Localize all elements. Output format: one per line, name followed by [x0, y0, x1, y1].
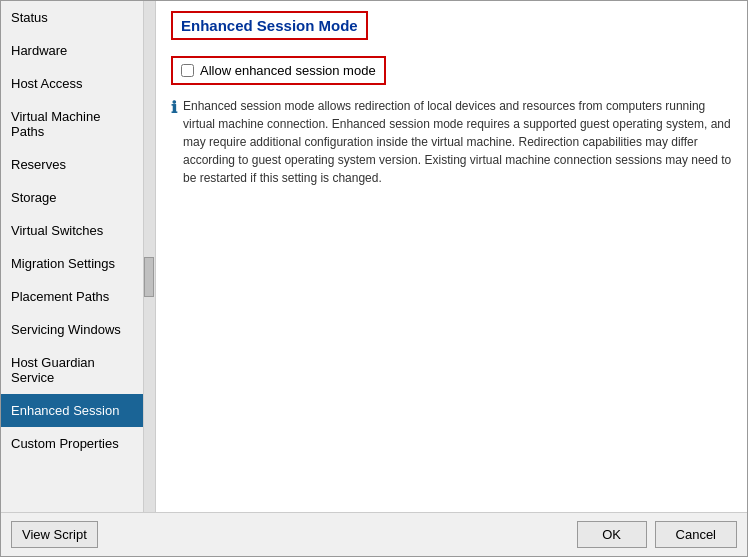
cancel-button[interactable]: Cancel: [655, 521, 737, 548]
allow-enhanced-session-checkbox[interactable]: [181, 64, 194, 77]
sidebar-item-placement-paths[interactable]: Placement Paths: [1, 280, 143, 313]
sidebar-item-reserves[interactable]: Reserves: [1, 148, 143, 181]
sidebar-nav: Status Hardware Host Access Virtual Mach…: [1, 1, 143, 512]
ok-button[interactable]: OK: [577, 521, 647, 548]
dialog: Status Hardware Host Access Virtual Mach…: [0, 0, 748, 557]
info-text: Enhanced session mode allows redirection…: [183, 97, 732, 187]
main-content: Enhanced Session Mode Allow enhanced ses…: [156, 1, 747, 512]
checkbox-label: Allow enhanced session mode: [200, 63, 376, 78]
section-title: Enhanced Session Mode: [181, 17, 358, 34]
info-icon: ℹ: [171, 98, 177, 117]
info-row: ℹ Enhanced session mode allows redirecti…: [171, 97, 732, 187]
sidebar-container: Status Hardware Host Access Virtual Mach…: [1, 1, 156, 512]
sidebar-item-virtual-switches[interactable]: Virtual Switches: [1, 214, 143, 247]
sidebar-item-virtual-machine-paths[interactable]: Virtual Machine Paths: [1, 100, 143, 148]
sidebar-item-storage[interactable]: Storage: [1, 181, 143, 214]
footer-right: OK Cancel: [577, 521, 737, 548]
footer-left: View Script: [11, 521, 98, 548]
dialog-content: Status Hardware Host Access Virtual Mach…: [1, 1, 747, 512]
sidebar-item-host-guardian-service[interactable]: Host Guardian Service: [1, 346, 143, 394]
dialog-footer: View Script OK Cancel: [1, 512, 747, 556]
sidebar-item-host-access[interactable]: Host Access: [1, 67, 143, 100]
sidebar-item-custom-properties[interactable]: Custom Properties: [1, 427, 143, 460]
view-script-button[interactable]: View Script: [11, 521, 98, 548]
sidebar-scrollbar[interactable]: [143, 1, 155, 512]
sidebar-item-hardware[interactable]: Hardware: [1, 34, 143, 67]
scrollbar-thumb[interactable]: [144, 257, 154, 297]
sidebar-item-enhanced-session[interactable]: Enhanced Session: [1, 394, 143, 427]
checkbox-container: Allow enhanced session mode: [171, 56, 386, 85]
sidebar-item-servicing-windows[interactable]: Servicing Windows: [1, 313, 143, 346]
sidebar-item-status[interactable]: Status: [1, 1, 143, 34]
sidebar-item-migration-settings[interactable]: Migration Settings: [1, 247, 143, 280]
